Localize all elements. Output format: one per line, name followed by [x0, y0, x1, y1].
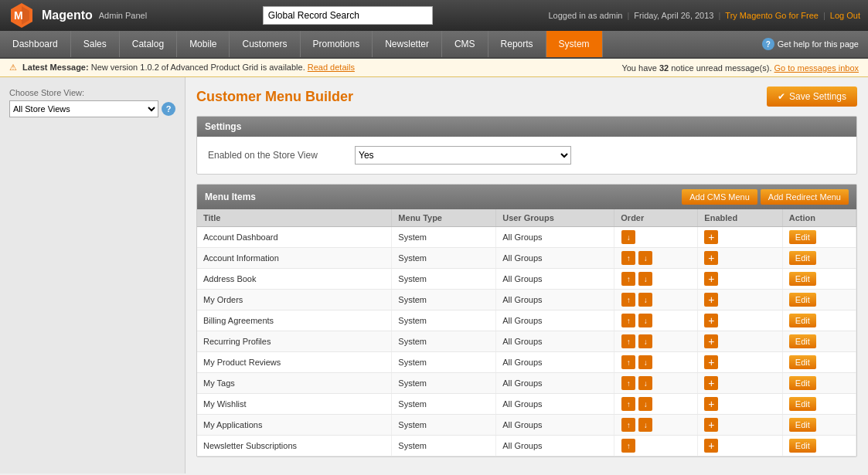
- add-redirect-menu-button[interactable]: Add Redirect Menu: [761, 189, 849, 205]
- row-enabled: +: [698, 227, 782, 248]
- alert-right-text: You have: [621, 63, 659, 73]
- warning-icon: ⚠: [9, 63, 17, 72]
- table-row: My TagsSystemAll Groups↑↓+Edit: [197, 373, 856, 394]
- edit-button[interactable]: Edit: [789, 334, 816, 348]
- order-up-button[interactable]: ↑: [621, 272, 635, 286]
- row-action: Edit: [782, 394, 856, 415]
- enabled-plus-button[interactable]: +: [704, 376, 718, 390]
- nav-item-dashboard[interactable]: Dashboard: [0, 31, 71, 57]
- row-order: ↑↓: [614, 331, 698, 352]
- row-user-groups: All Groups: [496, 373, 614, 394]
- row-action: Edit: [782, 310, 856, 331]
- row-title: Account Dashboard: [197, 227, 392, 248]
- order-up-button[interactable]: ↑: [621, 293, 635, 307]
- save-settings-button[interactable]: Save Settings: [767, 87, 857, 107]
- edit-button[interactable]: Edit: [789, 397, 816, 411]
- enabled-plus-button[interactable]: +: [704, 251, 718, 265]
- edit-button[interactable]: Edit: [789, 293, 816, 307]
- nav-help-link[interactable]: ? Get help for this page: [762, 31, 868, 57]
- nav-item-newsletter[interactable]: Newsletter: [373, 31, 442, 57]
- order-down-button[interactable]: ↓: [638, 251, 652, 265]
- order-down-button[interactable]: ↓: [638, 376, 652, 390]
- enabled-plus-button[interactable]: +: [704, 230, 718, 244]
- enabled-plus-button[interactable]: +: [704, 397, 718, 411]
- row-order: ↑↓: [614, 394, 698, 415]
- store-help-button[interactable]: ?: [162, 102, 175, 116]
- nav-item-reports[interactable]: Reports: [488, 31, 546, 57]
- edit-button[interactable]: Edit: [789, 418, 816, 432]
- header: M Magento Admin Panel Logged in as admin…: [0, 0, 868, 31]
- nav-item-system[interactable]: System: [546, 31, 603, 57]
- table-row: Recurring ProfilesSystemAll Groups↑↓+Edi…: [197, 331, 856, 352]
- edit-button[interactable]: Edit: [789, 314, 816, 327]
- order-up-button[interactable]: ↑: [621, 376, 635, 390]
- edit-button[interactable]: Edit: [789, 355, 816, 369]
- enabled-plus-button[interactable]: +: [704, 355, 718, 369]
- alert-read-details-link[interactable]: Read details: [308, 63, 355, 72]
- enabled-plus-button[interactable]: +: [704, 314, 718, 327]
- store-view-label: Choose Store View:: [9, 88, 175, 97]
- edit-button[interactable]: Edit: [789, 272, 816, 286]
- order-buttons: ↑↓: [621, 293, 691, 307]
- row-action: Edit: [782, 227, 856, 248]
- edit-button[interactable]: Edit: [789, 251, 816, 265]
- order-up-button[interactable]: ↑: [621, 397, 635, 411]
- row-action: Edit: [782, 436, 856, 456]
- edit-button[interactable]: Edit: [789, 439, 816, 453]
- global-search-input[interactable]: [263, 6, 433, 25]
- magento-logo-icon: M: [8, 2, 36, 29]
- help-circle-icon: ?: [762, 38, 774, 50]
- nav-item-sales[interactable]: Sales: [71, 31, 120, 57]
- enabled-plus-button[interactable]: +: [704, 293, 718, 307]
- enabled-plus-button[interactable]: +: [704, 418, 718, 432]
- row-enabled: +: [698, 436, 782, 456]
- order-up-button[interactable]: ↑: [621, 314, 635, 327]
- enabled-plus-button[interactable]: +: [704, 272, 718, 286]
- order-down-button[interactable]: ↓: [638, 418, 652, 432]
- order-buttons: ↑↓: [621, 272, 691, 286]
- nav-item-cms[interactable]: CMS: [442, 31, 488, 57]
- row-user-groups: All Groups: [496, 331, 614, 352]
- order-buttons: ↑↓: [621, 334, 691, 348]
- table-row: Billing AgreementsSystemAll Groups↑↓+Edi…: [197, 310, 856, 331]
- order-up-button[interactable]: ↑: [621, 251, 635, 265]
- table-row: My OrdersSystemAll Groups↑↓+Edit: [197, 290, 856, 310]
- enabled-plus-button[interactable]: +: [704, 334, 718, 348]
- go-to-messages-link[interactable]: Go to messages inbox: [774, 63, 859, 73]
- order-up-button[interactable]: ↑: [621, 418, 635, 432]
- order-up-button[interactable]: ↑: [621, 355, 635, 369]
- nav-item-catalog[interactable]: Catalog: [120, 31, 177, 57]
- edit-button[interactable]: Edit: [789, 230, 816, 244]
- order-down-button[interactable]: ↓: [638, 314, 652, 327]
- order-down-button[interactable]: ↓: [638, 293, 652, 307]
- row-menu-type: System: [392, 269, 496, 290]
- try-magento-link[interactable]: Try Magento Go for Free: [725, 11, 819, 20]
- order-up-button[interactable]: ↑: [621, 439, 635, 453]
- enabled-select[interactable]: Yes No: [355, 146, 571, 165]
- col-menu-type: Menu Type: [392, 209, 496, 227]
- order-down-button[interactable]: ↓: [638, 355, 652, 369]
- log-out-link[interactable]: Log Out: [830, 11, 860, 20]
- order-down-button[interactable]: ↓: [621, 230, 635, 244]
- table-row: My WishlistSystemAll Groups↑↓+Edit: [197, 394, 856, 415]
- nav-item-promotions[interactable]: Promotions: [301, 31, 373, 57]
- col-order: Order: [614, 209, 698, 227]
- order-down-button[interactable]: ↓: [638, 397, 652, 411]
- row-user-groups: All Groups: [496, 290, 614, 310]
- nav-item-mobile[interactable]: Mobile: [177, 31, 230, 57]
- svg-text:M: M: [14, 9, 23, 22]
- menu-items-section: Menu Items Add CMS Menu Add Redirect Men…: [196, 184, 857, 457]
- nav-item-customers[interactable]: Customers: [230, 31, 300, 57]
- edit-button[interactable]: Edit: [789, 376, 816, 390]
- order-up-button[interactable]: ↑: [621, 334, 635, 348]
- row-menu-type: System: [392, 248, 496, 269]
- add-cms-menu-button[interactable]: Add CMS Menu: [682, 189, 757, 205]
- order-down-button[interactable]: ↓: [638, 272, 652, 286]
- col-user-groups: User Groups: [496, 209, 614, 227]
- enabled-plus-button[interactable]: +: [704, 439, 718, 453]
- row-enabled: +: [698, 331, 782, 352]
- alert-left: ⚠ Latest Message: New version 1.0.2 of A…: [9, 63, 355, 73]
- menu-items-header-label: Menu Items: [205, 192, 256, 202]
- store-view-select[interactable]: All Store Views: [9, 100, 158, 117]
- order-down-button[interactable]: ↓: [638, 334, 652, 348]
